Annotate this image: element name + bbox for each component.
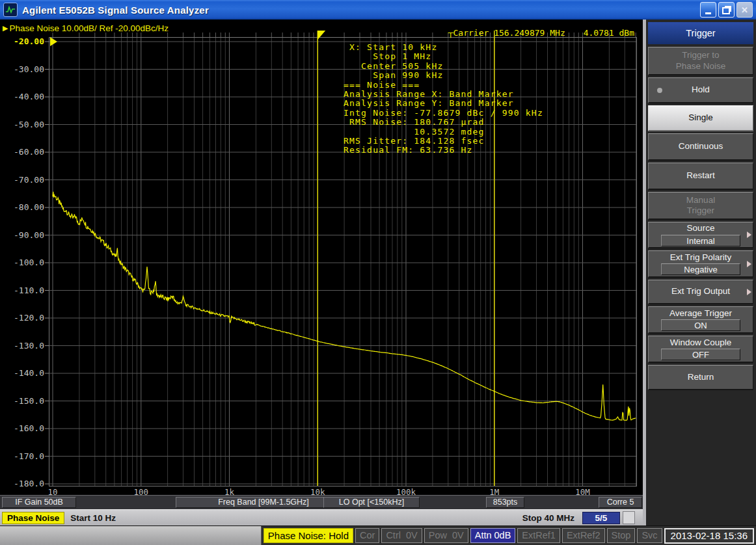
menu-button-label: Trigger to Phase Noise	[676, 50, 726, 72]
app-icon	[3, 3, 18, 17]
y-axis-tick-label: -20.00	[3, 36, 44, 46]
submenu-arrow-icon	[747, 289, 751, 295]
selection-dot-icon	[657, 88, 662, 93]
y-axis-tick-label: -40.00	[3, 92, 44, 101]
menu-button-label: Single	[688, 113, 713, 124]
waveform-icon	[6, 6, 15, 14]
y-axis-tick-label: -170.0	[3, 451, 44, 461]
taskbar-indicator-attn-0db: Attn 0dB	[470, 528, 516, 543]
system-taskbar: Phase Noise: HoldCorCtrl 0VPow 0VAttn 0d…	[0, 525, 756, 545]
menu-button-manual-trigger[interactable]: Manual Trigger	[648, 192, 753, 220]
menu-button-label: Return	[688, 372, 714, 383]
instrument-display: ▶ Phase Noise 10.00dB/ Ref -20.00dBc/Hz …	[0, 20, 643, 525]
y-axis-tick-label: -110.0	[3, 286, 44, 295]
menu-button-label: Window Couple	[670, 338, 732, 349]
y-axis-tick-label: -140.0	[3, 368, 44, 378]
channel-status-bar: Phase Noise Start 10 Hz Stop 40 MHz 5/5	[0, 509, 643, 526]
status-item-corre-5: Corre 5	[599, 497, 642, 508]
menu-button-window-couple[interactable]: Window CoupleOFF	[648, 336, 753, 363]
page-spinner[interactable]	[623, 511, 635, 524]
taskbar-indicator-extref2: ExtRef2	[562, 528, 605, 543]
menu-button-label: Restart	[686, 170, 715, 181]
carrier-label: Carrier	[453, 28, 489, 38]
window-controls: ✕	[700, 2, 753, 18]
taskbar-indicator-pow-0v: Pow 0V	[424, 528, 468, 543]
menu-button-label: Continuous	[679, 141, 723, 152]
menu-button-ext-trig-polarity[interactable]: Ext Trig PolarityNegative	[648, 250, 753, 278]
menu-button-value: Negative	[661, 263, 740, 275]
menu-button-label: Manual Trigger	[686, 195, 715, 217]
close-icon: ✕	[741, 6, 748, 14]
sweep-stop-readout: Stop 40 MHz	[522, 513, 574, 523]
restore-button[interactable]	[718, 2, 735, 18]
submenu-arrow-icon	[747, 261, 751, 267]
restore-icon	[722, 7, 730, 14]
y-axis-tick-label: -50.00	[3, 120, 44, 129]
menu-button-label: Ext Trig Polarity	[670, 252, 732, 263]
status-item-lo-opt-150khz: LO Opt [<150kHz]	[323, 497, 420, 508]
menu-button-label: Source	[687, 223, 715, 234]
y-axis-tick-label: -150.0	[3, 396, 44, 406]
submenu-arrow-icon	[747, 232, 751, 238]
minimize-button[interactable]	[700, 2, 716, 18]
carrier-marker-icon: ┬	[448, 28, 453, 38]
trace-scale-header: ▶ Phase Noise 10.00dB/ Ref -20.00dBc/Hz	[3, 23, 169, 33]
sweep-start-readout: Start 10 Hz	[70, 513, 116, 523]
y-axis-tick-label: -100.0	[3, 258, 44, 267]
taskbar-indicators: Phase Noise: HoldCorCtrl 0VPow 0VAttn 0d…	[262, 528, 756, 544]
softkey-menu-panel: Trigger Trigger to Phase NoiseHoldSingle…	[643, 20, 756, 525]
close-button[interactable]: ✕	[736, 2, 753, 18]
menu-button-label: Ext Trig Output	[671, 286, 730, 297]
carrier-power: 4.0781 dBm	[584, 28, 634, 38]
clock-indicator: 2013-02-18 15:36	[664, 528, 754, 544]
taskbar-blank-area	[0, 526, 262, 545]
menu-buttons: Trigger to Phase NoiseHoldSingleContinuo…	[648, 47, 753, 390]
channel-name-chip[interactable]: Phase Noise	[2, 512, 64, 524]
measurement-status-bar: IF Gain 50dBFreq Band [99M-1.5GHz]LO Opt…	[0, 495, 643, 509]
title-bar: Agilent E5052B Signal Source Analyzer ✕	[0, 0, 756, 20]
carrier-readout: ┬Carrier 156.249879 MHz4.0781 dBm	[448, 28, 634, 38]
menu-button-value: ON	[661, 319, 740, 331]
menu-button-return[interactable]: Return	[648, 365, 753, 390]
menu-title: Trigger	[648, 22, 753, 44]
y-axis-tick-label: -160.0	[3, 423, 44, 433]
taskbar-indicator-phase-noise-hold: Phase Noise: Hold	[263, 528, 353, 543]
menu-button-label: Average Trigger	[669, 308, 732, 319]
y-axis-tick-label: -130.0	[3, 341, 44, 351]
trace-select-arrow-icon: ▶	[3, 24, 8, 33]
menu-button-source[interactable]: SourceInternal	[648, 222, 753, 248]
menu-button-value: OFF	[661, 349, 740, 360]
y-axis-tick-label: -90.00	[3, 230, 44, 240]
y-axis-tick-label: -30.00	[3, 64, 44, 74]
y-axis-tick-label: -70.00	[3, 175, 44, 185]
trace-scale-text: Phase Noise 10.00dB/ Ref -20.00dBc/Hz	[9, 23, 169, 33]
status-item-if-gain-50db: IF Gain 50dB	[2, 497, 76, 508]
y-axis-tick-label: -120.0	[3, 313, 44, 323]
menu-button-restart[interactable]: Restart	[648, 163, 753, 190]
taskbar-indicator-stop: Stop	[607, 528, 636, 543]
menu-button-single[interactable]: Single	[648, 105, 753, 131]
page-indicator: 5/5	[582, 512, 620, 524]
window-title: Agilent E5052B Signal Source Analyzer	[22, 5, 700, 16]
menu-button-continuous[interactable]: Continuous	[648, 133, 753, 161]
y-axis-tick-label: -60.00	[3, 147, 44, 157]
minimize-icon	[705, 12, 711, 14]
taskbar-indicator-cor: Cor	[355, 528, 379, 543]
menu-button-value: Internal	[661, 235, 740, 246]
y-axis-tick-label: -80.00	[3, 202, 44, 212]
app-window: Agilent E5052B Signal Source Analyzer ✕ …	[0, 0, 756, 545]
taskbar-indicator-ctrl-0v: Ctrl 0V	[381, 528, 422, 543]
menu-button-average-trigger[interactable]: Average TriggerON	[648, 306, 753, 334]
menu-button-ext-trig-output[interactable]: Ext Trig Output	[648, 280, 753, 304]
taskbar-indicator-extref1: ExtRef1	[517, 528, 560, 543]
menu-button-trigger-to-phase-noise[interactable]: Trigger to Phase Noise	[648, 47, 753, 75]
menu-button-hold[interactable]: Hold	[648, 77, 753, 103]
carrier-frequency: 156.249879 MHz	[494, 28, 565, 38]
taskbar-indicator-svc: Svc	[637, 528, 662, 543]
noise-analysis-readout: X: Start 10 kHz Stop 1 MHz Center 505 kH…	[344, 43, 543, 155]
menu-scroll-strip	[643, 20, 646, 525]
phase-noise-plot	[0, 20, 643, 525]
menu-button-label: Hold	[692, 85, 710, 96]
status-item-853pts: 853pts	[486, 497, 524, 508]
